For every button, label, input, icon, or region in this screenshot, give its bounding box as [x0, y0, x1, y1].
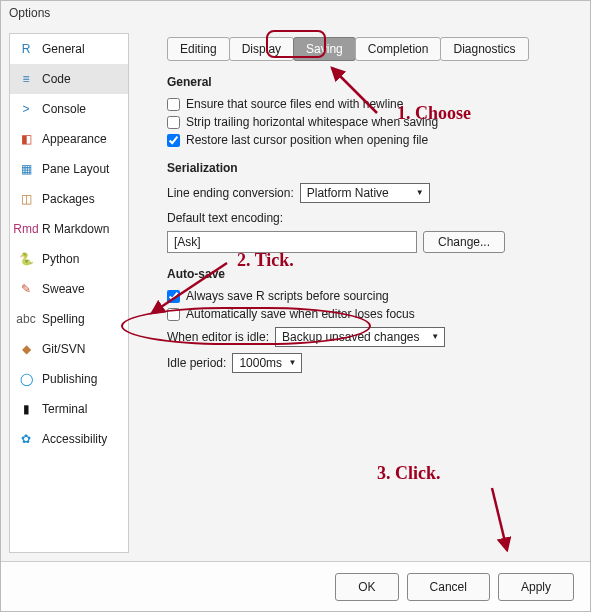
opt-autosave-focus-checkbox[interactable] — [167, 308, 180, 321]
footer: OK Cancel Apply — [1, 561, 590, 611]
terminal-icon: ▮ — [18, 401, 34, 417]
sidebar-item-label: Appearance — [42, 132, 107, 146]
opt-autosave-focus[interactable]: Automatically save when editor loses foc… — [167, 307, 574, 321]
sidebar-item-label: Publishing — [42, 372, 97, 386]
sidebar-item-label: Console — [42, 102, 86, 116]
sidebar-item-terminal[interactable]: ▮Terminal — [10, 394, 128, 424]
opt-strip-ws[interactable]: Strip trailing horizontal whitespace whe… — [167, 115, 574, 129]
change-button[interactable]: Change... — [423, 231, 505, 253]
git-svn-icon: ◆ — [18, 341, 34, 357]
arrow-1-icon — [327, 63, 387, 123]
encoding-textbox[interactable]: [Ask] — [167, 231, 417, 253]
tab-editing[interactable]: Editing — [167, 37, 230, 61]
sidebar-item-code[interactable]: ≡Code — [10, 64, 128, 94]
line-ending-label: Line ending conversion: — [167, 186, 294, 200]
sidebar-item-general[interactable]: RGeneral — [10, 34, 128, 64]
sidebar-item-label: R Markdown — [42, 222, 109, 236]
sidebar-item-label: Accessibility — [42, 432, 107, 446]
svg-line-2 — [492, 488, 507, 550]
sidebar-item-label: Sweave — [42, 282, 85, 296]
packages-icon: ◫ — [18, 191, 34, 207]
r-markdown-icon: Rmd — [18, 221, 34, 237]
sidebar-item-label: Spelling — [42, 312, 85, 326]
sidebar-item-appearance[interactable]: ◧Appearance — [10, 124, 128, 154]
apply-button[interactable]: Apply — [498, 573, 574, 601]
sidebar-item-label: Git/SVN — [42, 342, 85, 356]
idle-period-label: Idle period: — [167, 356, 226, 370]
idle-label: When editor is idle: — [167, 330, 269, 344]
sidebar-item-spelling[interactable]: abcSpelling — [10, 304, 128, 334]
console-icon: > — [18, 101, 34, 117]
opt-restore-cursor[interactable]: Restore last cursor position when openin… — [167, 133, 574, 147]
pane-layout-icon: ▦ — [18, 161, 34, 177]
window-title: Options — [1, 1, 590, 25]
sidebar: RGeneral≡Code>Console◧Appearance▦Pane La… — [9, 33, 129, 553]
sidebar-item-r-markdown[interactable]: RmdR Markdown — [10, 214, 128, 244]
tab-display[interactable]: Display — [229, 37, 294, 61]
opt-newline-label: Ensure that source files end with newlin… — [186, 97, 403, 111]
tabs: EditingDisplaySavingCompletionDiagnostic… — [167, 37, 574, 61]
tab-completion[interactable]: Completion — [355, 37, 442, 61]
section-autosave: Auto-save — [167, 267, 574, 281]
opt-autosave-focus-label: Automatically save when editor loses foc… — [186, 307, 415, 321]
sidebar-item-label: General — [42, 42, 85, 56]
line-ending-select[interactable]: Platform Native — [300, 183, 430, 203]
sidebar-item-label: Packages — [42, 192, 95, 206]
sidebar-item-publishing[interactable]: ◯Publishing — [10, 364, 128, 394]
general-icon: R — [18, 41, 34, 57]
anno-3-text: 3. Click. — [377, 463, 441, 484]
sidebar-item-label: Terminal — [42, 402, 87, 416]
opt-newline[interactable]: Ensure that source files end with newlin… — [167, 97, 574, 111]
appearance-icon: ◧ — [18, 131, 34, 147]
section-serialization: Serialization — [167, 161, 574, 175]
sidebar-item-git-svn[interactable]: ◆Git/SVN — [10, 334, 128, 364]
sidebar-item-label: Pane Layout — [42, 162, 109, 176]
sidebar-item-label: Python — [42, 252, 79, 266]
idle-action-select[interactable]: Backup unsaved changes — [275, 327, 445, 347]
opt-save-before-source[interactable]: Always save R scripts before sourcing — [167, 289, 574, 303]
tab-saving[interactable]: Saving — [293, 37, 356, 61]
python-icon: 🐍 — [18, 251, 34, 267]
opt-save-before-source-checkbox[interactable] — [167, 290, 180, 303]
sidebar-item-python[interactable]: 🐍Python — [10, 244, 128, 274]
main-panel: EditingDisplaySavingCompletionDiagnostic… — [137, 33, 582, 553]
sidebar-item-accessibility[interactable]: ✿Accessibility — [10, 424, 128, 454]
ok-button[interactable]: OK — [335, 573, 398, 601]
encoding-label: Default text encoding: — [167, 211, 574, 225]
tab-diagnostics[interactable]: Diagnostics — [440, 37, 528, 61]
opt-strip-ws-checkbox[interactable] — [167, 116, 180, 129]
spelling-icon: abc — [18, 311, 34, 327]
section-general: General — [167, 75, 574, 89]
sidebar-item-console[interactable]: >Console — [10, 94, 128, 124]
options-window: Options RGeneral≡Code>Console◧Appearance… — [0, 0, 591, 612]
publishing-icon: ◯ — [18, 371, 34, 387]
sidebar-item-label: Code — [42, 72, 71, 86]
opt-restore-cursor-label: Restore last cursor position when openin… — [186, 133, 428, 147]
sidebar-item-packages[interactable]: ◫Packages — [10, 184, 128, 214]
opt-strip-ws-label: Strip trailing horizontal whitespace whe… — [186, 115, 438, 129]
accessibility-icon: ✿ — [18, 431, 34, 447]
opt-newline-checkbox[interactable] — [167, 98, 180, 111]
opt-save-before-source-label: Always save R scripts before sourcing — [186, 289, 389, 303]
code-icon: ≡ — [18, 71, 34, 87]
idle-period-select[interactable]: 1000ms — [232, 353, 302, 373]
opt-restore-cursor-checkbox[interactable] — [167, 134, 180, 147]
sweave-icon: ✎ — [18, 281, 34, 297]
arrow-3-icon — [482, 488, 522, 558]
sidebar-item-sweave[interactable]: ✎Sweave — [10, 274, 128, 304]
sidebar-item-pane-layout[interactable]: ▦Pane Layout — [10, 154, 128, 184]
content-area: RGeneral≡Code>Console◧Appearance▦Pane La… — [1, 25, 590, 561]
cancel-button[interactable]: Cancel — [407, 573, 490, 601]
